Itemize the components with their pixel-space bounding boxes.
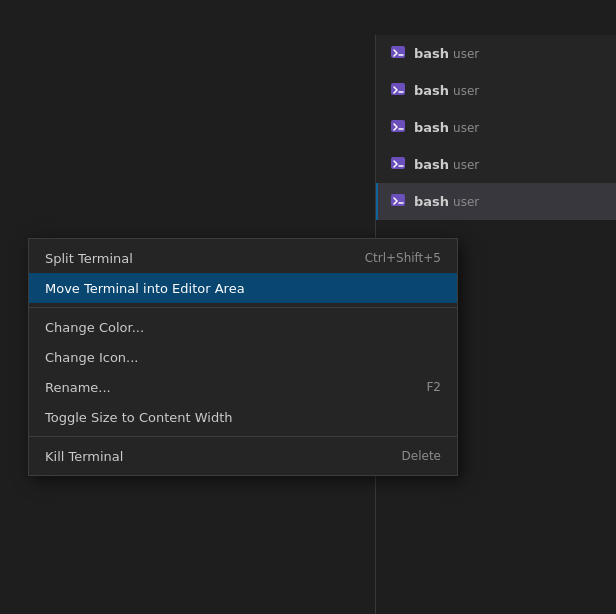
tab-label: bash user (414, 120, 479, 135)
bash-label: bash (414, 157, 449, 172)
bash-label: bash (414, 194, 449, 209)
terminal-dropdown-button[interactable] (520, 4, 548, 32)
terminal-icon (390, 44, 406, 63)
menu-item-0[interactable]: Split TerminalCtrl+Shift+5 (29, 243, 457, 273)
menu-item-shortcut: F2 (426, 380, 441, 394)
menu-item-label: Move Terminal into Editor Area (45, 281, 245, 296)
svg-rect-2 (391, 83, 405, 95)
close-terminal-button[interactable] (580, 4, 608, 32)
menu-item-label: Split Terminal (45, 251, 133, 266)
terminal-icon (390, 155, 406, 174)
menu-item-2[interactable]: Change Color... (29, 312, 457, 342)
add-terminal-button[interactable] (490, 4, 518, 32)
terminal-icon (390, 192, 406, 211)
svg-rect-0 (391, 46, 405, 58)
menu-item-5[interactable]: Toggle Size to Content Width (29, 402, 457, 432)
tab-label: bash user (414, 157, 479, 172)
svg-rect-8 (391, 194, 405, 206)
user-label: user (453, 84, 479, 98)
menu-item-shortcut: Delete (402, 449, 441, 463)
terminal-tab-3[interactable]: bash user (376, 109, 616, 146)
collapse-terminal-button[interactable] (550, 4, 578, 32)
bash-label: bash (414, 120, 449, 135)
tab-label: bash user (414, 46, 479, 61)
context-menu: Split TerminalCtrl+Shift+5Move Terminal … (28, 238, 458, 476)
menu-separator (29, 436, 457, 437)
user-label: user (453, 158, 479, 172)
tab-label: bash user (414, 83, 479, 98)
bash-label: bash (414, 46, 449, 61)
menu-item-label: Toggle Size to Content Width (45, 410, 233, 425)
terminal-toolbar (482, 0, 616, 35)
menu-item-label: Kill Terminal (45, 449, 123, 464)
user-label: user (453, 47, 479, 61)
terminal-tab-5[interactable]: bash user (376, 183, 616, 220)
menu-item-3[interactable]: Change Icon... (29, 342, 457, 372)
menu-item-1[interactable]: Move Terminal into Editor Area (29, 273, 457, 303)
bash-label: bash (414, 83, 449, 98)
terminal-tab-2[interactable]: bash user (376, 72, 616, 109)
terminal-tab-4[interactable]: bash user (376, 146, 616, 183)
terminal-tab-1[interactable]: bash user (376, 35, 616, 72)
terminal-icon (390, 118, 406, 137)
svg-rect-4 (391, 120, 405, 132)
terminal-icon (390, 81, 406, 100)
terminal-tabs-panel: bash user bash user bash user bash user (376, 35, 616, 220)
tab-label: bash user (414, 194, 479, 209)
menu-item-label: Rename... (45, 380, 111, 395)
svg-rect-6 (391, 157, 405, 169)
user-label: user (453, 121, 479, 135)
menu-item-label: Change Icon... (45, 350, 138, 365)
user-label: user (453, 195, 479, 209)
menu-separator (29, 307, 457, 308)
menu-item-label: Change Color... (45, 320, 144, 335)
menu-item-shortcut: Ctrl+Shift+5 (365, 251, 441, 265)
menu-item-6[interactable]: Kill TerminalDelete (29, 441, 457, 471)
menu-item-4[interactable]: Rename...F2 (29, 372, 457, 402)
